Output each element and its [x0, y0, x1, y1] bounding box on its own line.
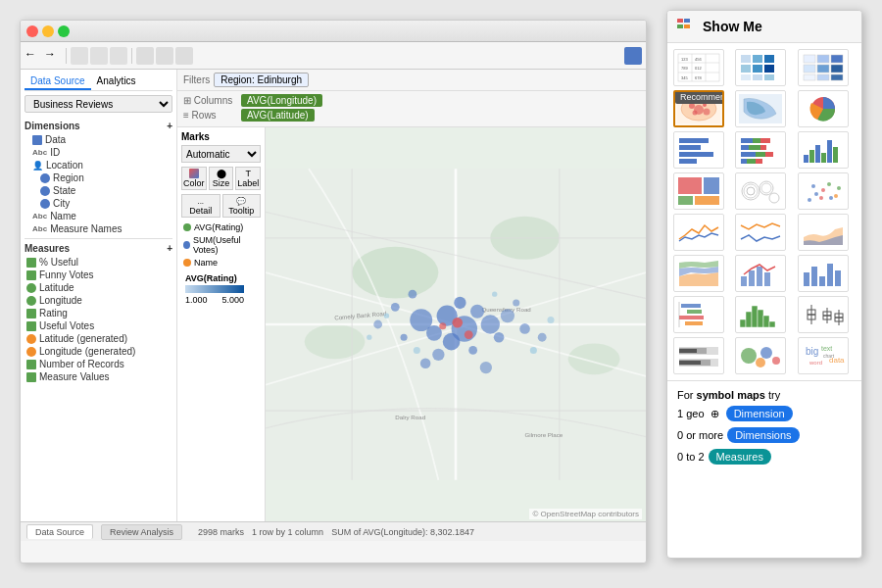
useful-color-dot — [183, 241, 190, 249]
svg-point-86 — [704, 109, 710, 116]
dim-region[interactable]: Region — [24, 172, 172, 184]
globe-icon-lon — [26, 296, 36, 306]
dimensions-add-icon[interactable]: + — [167, 121, 172, 131]
columns-pill[interactable]: AVG(Longitude) — [241, 94, 322, 107]
marks-card-useful[interactable]: SUM(Useful Votes) — [181, 234, 261, 256]
tab-analytics[interactable]: Analytics — [91, 74, 142, 90]
marks-buttons: Color ⬤ Size T Label — [181, 167, 261, 190]
map-area[interactable]: Comely Bank Road Queensferry Road Dalry … — [266, 127, 646, 521]
save-icon[interactable] — [71, 47, 88, 65]
svg-point-29 — [501, 309, 514, 322]
chart-packed-dots[interactable] — [735, 337, 786, 374]
marks-tooltip-btn[interactable]: 💬 Tooltip — [222, 194, 262, 218]
marks-card-name[interactable]: Name — [181, 257, 261, 269]
dim-state[interactable]: State — [24, 184, 172, 197]
datasource-tab[interactable]: Data Source — [26, 524, 93, 539]
marks-type-select[interactable]: Automatic — [181, 145, 261, 163]
chart-area[interactable] — [798, 214, 849, 251]
dim-data[interactable]: Data — [24, 133, 172, 146]
measure-values[interactable]: Measure Values — [24, 370, 172, 383]
chart-side-by-side-bar[interactable] — [798, 131, 849, 169]
measure-latitude[interactable]: Latitude — [24, 281, 172, 294]
svg-rect-113 — [678, 196, 693, 205]
table-icon — [32, 135, 42, 145]
svg-text:012: 012 — [695, 66, 702, 71]
undo-icon[interactable] — [90, 47, 108, 65]
duplicate-icon[interactable] — [175, 47, 193, 65]
measure-rating[interactable]: Rating — [24, 307, 172, 319]
dim-name[interactable]: Abc Name — [24, 210, 172, 222]
close-btn[interactable] — [26, 25, 38, 37]
chart-filled-map[interactable] — [735, 90, 786, 127]
svg-rect-92 — [679, 159, 697, 164]
chart-symbol-map[interactable]: Recommended — [673, 90, 724, 127]
rows-pill[interactable]: AVG(Latitude) — [241, 109, 315, 122]
tab-data[interactable]: Data Source — [24, 74, 91, 90]
chart-highlight-table[interactable] — [798, 49, 849, 86]
dimensions-tag[interactable]: Dimensions — [727, 427, 799, 443]
measure-useful[interactable]: % Useful — [24, 256, 172, 269]
measure-lat-gen[interactable]: Latitude (generated) — [24, 332, 172, 345]
globe-icon-city — [40, 199, 50, 209]
chart-dual-combination[interactable] — [735, 255, 786, 292]
chart-treemap[interactable] — [673, 172, 724, 210]
detail-icon: ... — [197, 197, 204, 206]
marks-panel: Marks Automatic Color ⬤ Size — [177, 127, 266, 521]
chart-horiz-bar[interactable] — [673, 131, 724, 169]
marks-size-btn[interactable]: ⬤ Size — [209, 167, 234, 190]
measure-useful-votes[interactable]: Useful Votes — [24, 319, 172, 332]
svg-point-123 — [811, 184, 815, 188]
forward-icon[interactable]: → — [44, 47, 62, 65]
measures-tag[interactable]: Measures — [709, 449, 771, 465]
measure-lon-gen[interactable]: Longitude (generated) — [24, 345, 172, 358]
measure-num-records[interactable]: Number of Records — [24, 358, 172, 370]
chart-gantt[interactable] — [673, 296, 724, 333]
chart-vert-bar[interactable] — [798, 255, 849, 292]
chart-packed-bubbles[interactable] — [735, 172, 786, 210]
review-analysis-tab[interactable]: Review Analysis — [101, 524, 182, 540]
chart-text-table[interactable]: 123456 789012 345678 — [673, 49, 724, 86]
svg-rect-90 — [679, 145, 701, 150]
chart-stacked-bar[interactable] — [735, 131, 786, 169]
svg-rect-109 — [827, 140, 832, 163]
marks-label-btn[interactable]: T Label — [235, 167, 261, 190]
maximize-btn[interactable] — [58, 25, 70, 37]
show-me-icon[interactable] — [624, 47, 642, 65]
svg-rect-139 — [681, 304, 701, 308]
dim-location[interactable]: 👤 Location — [24, 159, 172, 172]
svg-point-168 — [756, 358, 765, 368]
marks-card-rating[interactable]: AVG(Rating) — [181, 221, 261, 233]
minimize-btn[interactable] — [42, 25, 54, 37]
tableau-window: ← → Data Source Analytics Business Revie… — [20, 20, 647, 564]
marks-color-btn[interactable]: Color — [181, 167, 207, 190]
dim-id[interactable]: Abc ID — [24, 146, 172, 159]
datasource-select[interactable]: Business Reviews — [24, 95, 172, 113]
chart-line[interactable] — [673, 214, 724, 251]
measure-funny[interactable]: Funny Votes — [24, 269, 172, 281]
marks-detail-btn[interactable]: ... Detail — [181, 194, 220, 218]
chart-scatter[interactable] — [798, 172, 849, 210]
dim-measure-names[interactable]: Abc Measure Names — [24, 222, 172, 235]
chart-heat-map[interactable] — [735, 49, 786, 86]
measure-longitude[interactable]: Longitude — [24, 294, 172, 307]
measures-add-icon[interactable]: + — [167, 243, 172, 254]
chart-word-cloud[interactable]: big text word data chart — [798, 337, 849, 374]
back-icon[interactable]: ← — [24, 47, 42, 65]
folder-icon: 👤 — [32, 161, 43, 171]
chart-box-plot[interactable] — [798, 296, 849, 333]
connect-icon[interactable] — [156, 47, 173, 65]
map-copyright: © OpenStreetMap contributors — [529, 509, 642, 519]
new-datasource-icon[interactable] — [136, 47, 154, 65]
dim-city[interactable]: City — [24, 197, 172, 210]
filters-label: Filters — [183, 74, 210, 85]
title-bar — [21, 21, 646, 42]
chart-stacked-area[interactable] — [673, 255, 724, 292]
chart-dual-line[interactable] — [735, 214, 786, 251]
chart-bullet-bar[interactable] — [673, 337, 724, 374]
chart-histogram[interactable] — [735, 296, 786, 333]
dimension-tag[interactable]: Dimension — [726, 406, 793, 421]
svg-point-127 — [829, 196, 833, 200]
chart-pie[interactable] — [798, 90, 849, 127]
redo-icon[interactable] — [110, 47, 127, 65]
filter-pill-region[interactable]: Region: Edinburgh — [214, 73, 309, 87]
